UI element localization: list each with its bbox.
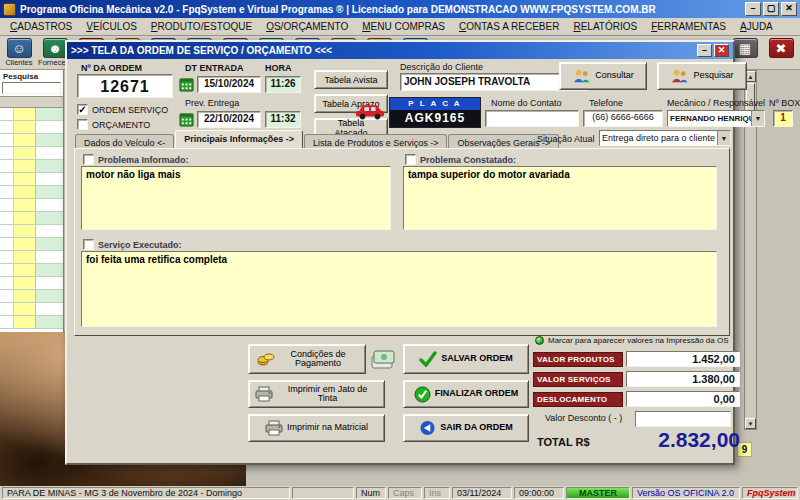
grid-row[interactable] (0, 251, 63, 264)
menu-item-1[interactable]: VEÍCULOS (79, 19, 144, 34)
ordem-servico-label: ORDEM SERVIÇO (92, 105, 168, 115)
printer-icon (265, 420, 283, 436)
calendar-icon[interactable] (179, 77, 194, 92)
deslocamento-field[interactable]: 0,00 (626, 391, 740, 407)
imprimir-jato-button[interactable]: Imprimir em Jato de Tinta (248, 380, 385, 408)
menu-item-3[interactable]: OS/ORÇAMENTO (259, 19, 355, 34)
grid-row[interactable] (0, 160, 63, 173)
menu-item-4[interactable]: MENU COMPRAS (355, 19, 452, 34)
chevron-down-icon[interactable]: ▼ (717, 131, 730, 145)
tabela-avista-button[interactable]: Tabela Avista (314, 70, 388, 89)
orcamento-checkbox[interactable]: ORÇAMENTO (77, 119, 150, 130)
plate-value: AGK9165 (390, 110, 480, 127)
app-icon (3, 3, 16, 16)
entry-time-field[interactable]: 11:26 (265, 76, 301, 93)
consultar-label: Consultar (595, 71, 634, 80)
grid-row[interactable] (0, 212, 63, 225)
close-button[interactable]: ✕ (781, 2, 797, 16)
print-values-radio[interactable]: Marcar para aparecer valores na Impressã… (535, 336, 729, 345)
box-field[interactable]: 1 (773, 110, 793, 127)
dialog-minimize-button[interactable]: – (697, 44, 712, 57)
grid-row[interactable] (0, 121, 63, 134)
menu-item-0[interactable]: CADASTROS (3, 19, 79, 34)
grid-row[interactable] (0, 225, 63, 238)
entry-date-field[interactable]: 15/10/2024 (197, 76, 261, 93)
valor-desconto-field[interactable] (635, 411, 731, 427)
servico-executado-checkbox[interactable]: Serviço Executado: (83, 239, 182, 250)
phone-field[interactable]: (66) 6666-6666 (583, 110, 663, 127)
finalizar-ordem-button[interactable]: FINALIZAR ORDEM (403, 380, 529, 408)
grid-cell (14, 225, 36, 237)
condicoes-pagamento-label: Condições de Pagamento (279, 350, 357, 369)
maximize-button[interactable]: ▢ (763, 2, 779, 16)
menu-item-8[interactable]: AJUDA (733, 19, 780, 34)
condicoes-pagamento-button[interactable]: Condições de Pagamento (248, 344, 366, 374)
grid-row[interactable] (0, 186, 63, 199)
problema-informado-checkbox[interactable]: Problema Informado: (83, 154, 189, 165)
pesquisar-button[interactable]: Pesquisar (657, 62, 747, 90)
grid-row[interactable] (0, 108, 63, 121)
grid-row[interactable] (0, 238, 63, 251)
sair-ordem-label: SAIR DA ORDEM (440, 423, 513, 432)
grid-cell (0, 173, 14, 185)
grid-row[interactable] (0, 134, 63, 147)
menu-item-7[interactable]: FERRAMENTAS (644, 19, 733, 34)
servico-executado-memo[interactable]: foi feita uma retifica completa (81, 251, 717, 327)
grid-row[interactable] (0, 173, 63, 186)
dialog-titlebar[interactable]: >>> TELA DA ORDEM DE SERVIÇO / ORÇAMENTO… (67, 42, 733, 59)
salvar-ordem-button[interactable]: SALVAR ORDEM (403, 344, 529, 374)
scroll-down-icon[interactable]: ▼ (745, 418, 756, 429)
problema-informado-memo[interactable]: motor não liga mais (81, 166, 391, 230)
pesquisar-label: Pesquisar (693, 71, 733, 80)
status-ins: Ins (424, 487, 450, 499)
search-input[interactable] (2, 82, 61, 94)
menu-item-6[interactable]: RELATÓRIOS (566, 19, 644, 34)
tab-principais-informacoes[interactable]: Principais Informações -> (175, 130, 303, 148)
grid-row[interactable] (0, 316, 63, 329)
grid-row[interactable] (0, 290, 63, 303)
grid-row[interactable] (0, 303, 63, 316)
delivery-time-field[interactable]: 11:32 (265, 111, 301, 128)
grid-row[interactable] (0, 199, 63, 212)
status-spacer (292, 487, 354, 499)
orcamento-label: ORÇAMENTO (92, 120, 150, 130)
situacao-combobox[interactable]: Entrega direto para o cliente ▼ (599, 130, 731, 146)
dialog-close-button[interactable]: ✕ (714, 44, 729, 57)
order-number-field[interactable]: 12671 (77, 74, 173, 98)
grid-cell (36, 173, 63, 185)
menu-item-2[interactable]: PRODUTO/ESTOQUE (144, 19, 259, 34)
status-time: 09:00:00 (514, 487, 564, 499)
menu-item-5[interactable]: CONTAS A RECEBER (452, 19, 566, 34)
toolbar-button-sair[interactable]: ✖ (764, 37, 798, 67)
valor-produtos-field[interactable]: 1.452,00 (626, 351, 740, 367)
grid-cell (14, 160, 36, 172)
grid-row[interactable] (0, 277, 63, 290)
sair-ordem-button[interactable]: SAIR DA ORDEM (403, 414, 529, 442)
valor-servicos-field[interactable]: 1.380,00 (626, 371, 740, 387)
toolbar-button-clientes[interactable]: ☺Clientes (2, 37, 36, 67)
delivery-date-field[interactable]: 22/10/2024 (197, 111, 261, 128)
mechanic-combobox[interactable]: FERNANDO HENRIQUE ▼ (667, 110, 765, 127)
ordem-servico-checkbox[interactable]: ✓ ORDEM SERVIÇO (77, 104, 168, 115)
grid-cell (36, 290, 63, 302)
grid-cell (0, 316, 14, 328)
grid-cell (36, 134, 63, 146)
grid-row[interactable] (0, 147, 63, 160)
problema-constatado-checkbox[interactable]: Problema Constatado: (405, 154, 516, 165)
status-brand: FpqSystem (742, 487, 798, 499)
grid-cell (14, 199, 36, 211)
chevron-down-icon[interactable]: ▼ (751, 111, 764, 126)
imprimir-matricial-button[interactable]: Imprimir na Matricial (248, 414, 385, 442)
grid-row[interactable] (0, 264, 63, 277)
problema-constatado-memo[interactable]: tampa superior do motor avariada (403, 166, 717, 230)
service-order-dialog: >>> TELA DA ORDEM DE SERVIÇO / ORÇAMENTO… (65, 40, 735, 465)
license-plate[interactable]: P L A C A AGK9165 (389, 97, 481, 128)
calendar-icon[interactable] (179, 112, 194, 127)
grid-cell (36, 303, 63, 315)
consultar-button[interactable]: Consultar (559, 62, 647, 90)
search-people-icon (670, 68, 689, 85)
client-label: Descrição do Cliente (400, 62, 483, 72)
contact-field[interactable] (485, 110, 579, 127)
checkbox-empty-icon (83, 154, 94, 165)
minimize-button[interactable]: – (745, 2, 761, 16)
